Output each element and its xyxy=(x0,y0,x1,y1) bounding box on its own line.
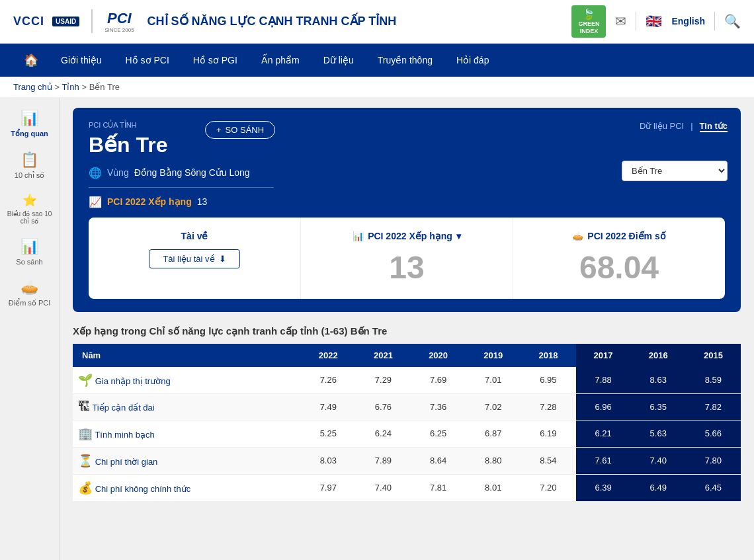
chi-so-icon: 📋 xyxy=(21,151,38,169)
row-value-cell: 7.29 xyxy=(356,367,411,394)
sidebar-item-10-chi-so[interactable]: 📋 10 chỉ số xyxy=(0,146,59,185)
nav-ho-so-pci[interactable]: Hồ sơ PCI xyxy=(114,46,181,75)
row-value-cell: 5.25 xyxy=(301,420,356,447)
mail-icon[interactable]: ✉ xyxy=(615,13,626,29)
lang-label[interactable]: English xyxy=(671,16,705,26)
col-2016: 2016 xyxy=(631,344,686,367)
row-value-cell: 8.80 xyxy=(466,447,521,474)
bieu-do-sao-icon: ⭐ xyxy=(22,193,37,208)
rankings-table: Năm 2022 2021 2020 2019 2018 2017 2016 2… xyxy=(73,344,741,502)
green-index-label1: GREEN xyxy=(578,20,599,28)
table-body: 🌱 Gia nhập thị trường7.267.297.697.016.9… xyxy=(73,367,741,502)
search-icon[interactable]: 🔍 xyxy=(724,13,741,29)
row-value-cell: 7.49 xyxy=(301,393,356,420)
nav-an-pham[interactable]: Ấn phẩm xyxy=(249,46,312,75)
row-value-cell: 7.01 xyxy=(466,367,521,394)
table-row: ⏳ Chi phí thời gian8.037.898.648.808.547… xyxy=(73,447,741,474)
tong-quan-icon: 📊 xyxy=(21,110,38,127)
pci-since: SINCE 2005 xyxy=(105,27,134,33)
table-row: 💰 Chi phí không chính thức7.977.407.818.… xyxy=(73,474,741,501)
row-label-cell: 🌱 Gia nhập thị trường xyxy=(73,367,301,394)
sidebar-item-bieu-do-sao[interactable]: ⭐ Biểu đồ sao 10 chỉ số xyxy=(0,188,59,230)
row-link[interactable]: Gia nhập thị trường xyxy=(95,376,171,386)
row-link[interactable]: Chi phí thời gian xyxy=(95,457,158,467)
row-value-cell: 7.28 xyxy=(521,393,575,420)
breadcrumb: Trang chủ > Tỉnh > Bến Tre xyxy=(0,77,754,98)
stat-chevron-icon: ▾ xyxy=(456,231,461,241)
sidebar-item-so-sanh[interactable]: 📊 So sánh xyxy=(0,233,59,271)
stat-download-title: Tài về xyxy=(181,231,208,241)
row-value-cell: 6.45 xyxy=(686,474,741,501)
row-value-cell: 7.80 xyxy=(686,447,741,474)
row-link[interactable]: Chi phí không chính thức xyxy=(95,484,191,494)
col-2019: 2019 xyxy=(466,344,521,367)
row-value-cell: 7.40 xyxy=(631,447,686,474)
sidebar-label-chi-so: 10 chỉ số xyxy=(15,171,44,180)
stat-diem-so-value: 68.04 xyxy=(579,249,659,286)
breadcrumb-home[interactable]: Trang chủ xyxy=(13,82,52,92)
row-value-cell: 5.66 xyxy=(686,420,741,447)
nav-hoi-dap[interactable]: Hỏi đáp xyxy=(444,46,501,75)
col-2017: 2017 xyxy=(576,344,631,367)
content-area: PCI CỦA TỈNH Bến Tre + SO SÁNH Dữ liệu P… xyxy=(60,98,754,560)
header-left: VCCI USAID PCI SINCE 2005 CHỈ SỐ NĂNG LỰ… xyxy=(13,9,396,33)
sidebar-label-diem-so: Điểm số PCI xyxy=(9,299,51,307)
province-dropdown[interactable]: Tỉnh/Thành phố Hà Nội TP. Hồ Chí Minh Bế… xyxy=(622,161,728,181)
row-value-cell: 7.89 xyxy=(356,447,411,474)
nav-gioi-thieu[interactable]: Giới thiệu xyxy=(49,46,114,75)
table-section: Xếp hạng trong Chỉ số năng lực cạnh tran… xyxy=(73,325,741,502)
stat-download-col: Tài về Tài liệu tài về ⬇ xyxy=(89,218,301,299)
row-link[interactable]: Tiếp cận đất đai xyxy=(92,403,154,413)
row-value-cell: 7.82 xyxy=(686,393,741,420)
green-index-button[interactable]: 🍃 GREEN INDEX xyxy=(571,5,606,38)
data-pci-link[interactable]: Dữ liệu PCI xyxy=(640,121,684,132)
nav-ho-so-pgi[interactable]: Hồ sơ PGI xyxy=(181,46,249,75)
so-sanh-icon: 📊 xyxy=(21,238,38,255)
usaid-icon: USAID xyxy=(52,17,79,26)
nav-home[interactable]: 🏠 xyxy=(13,44,49,77)
row-value-cell: 6.21 xyxy=(576,420,631,447)
province-dropdown-wrapper[interactable]: Tỉnh/Thành phố Hà Nội TP. Hồ Chí Minh Bế… xyxy=(622,161,728,181)
download-button[interactable]: Tài liệu tài về ⬇ xyxy=(149,249,239,268)
row-link[interactable]: Tính minh bạch xyxy=(95,430,154,440)
row-value-cell: 7.97 xyxy=(301,474,356,501)
nav-truyen-thong[interactable]: Truyền thông xyxy=(366,46,444,75)
sidebar-item-tong-quan[interactable]: 📊 Tổng quan xyxy=(0,104,59,143)
stat-pie-icon: 🥧 xyxy=(572,231,583,241)
row-value-cell: 6.25 xyxy=(411,420,466,447)
diem-so-icon: 🥧 xyxy=(21,279,38,296)
stat-xep-hang-title: 📊 PCI 2022 Xếp hạng ▾ xyxy=(353,231,461,241)
row-value-cell: 7.02 xyxy=(466,393,521,420)
row-value-cell: 8.63 xyxy=(631,367,686,394)
row-icon: 🏢 xyxy=(78,427,93,440)
row-value-cell: 7.26 xyxy=(301,367,356,394)
row-icon: 🏗 xyxy=(78,400,90,413)
sidebar-item-diem-so-pci[interactable]: 🥧 Điểm số PCI xyxy=(0,274,59,313)
vung-globe-icon: 🌐 xyxy=(89,167,102,179)
xep-hang-value: 13 xyxy=(197,196,208,207)
stat-xep-hang-col: 📊 PCI 2022 Xếp hạng ▾ 13 xyxy=(301,218,513,299)
col-2020: 2020 xyxy=(411,344,466,367)
pci-of-province-label: PCI CỦA TỈNH xyxy=(89,121,725,130)
table-row: 🏗 Tiếp cận đất đai7.496.767.367.027.286.… xyxy=(73,393,741,420)
row-label-cell: 💰 Chi phí không chính thức xyxy=(73,474,301,501)
stat-diem-so-title: 🥧 PCI 2022 Điểm số xyxy=(572,231,665,241)
row-value-cell: 6.35 xyxy=(631,393,686,420)
logo-pci-block: PCI SINCE 2005 xyxy=(105,10,134,33)
xep-hang-label: PCI 2022 Xếp hạng xyxy=(107,196,192,207)
row-value-cell: 6.87 xyxy=(466,420,521,447)
breadcrumb-tinh[interactable]: Tỉnh xyxy=(62,82,79,92)
tin-tuc-link[interactable]: Tin tức xyxy=(700,121,728,132)
header-right: 🍃 GREEN INDEX ✉ 🇬🇧 English 🔍 xyxy=(571,5,741,38)
download-icon: ⬇ xyxy=(219,254,226,264)
province-card: PCI CỦA TỈNH Bến Tre + SO SÁNH Dữ liệu P… xyxy=(73,108,741,312)
col-nam: Năm xyxy=(73,344,301,367)
col-2022: 2022 xyxy=(301,344,356,367)
row-value-cell: 6.19 xyxy=(521,420,575,447)
table-row: 🌱 Gia nhập thị trường7.267.297.697.016.9… xyxy=(73,367,741,394)
row-value-cell: 8.59 xyxy=(686,367,741,394)
compare-button[interactable]: + SO SÁNH xyxy=(205,121,275,139)
row-value-cell: 6.96 xyxy=(576,393,631,420)
nav-du-lieu[interactable]: Dữ liệu xyxy=(312,46,366,75)
vung-value: Đồng Bằng Sông Cửu Long xyxy=(134,167,250,178)
